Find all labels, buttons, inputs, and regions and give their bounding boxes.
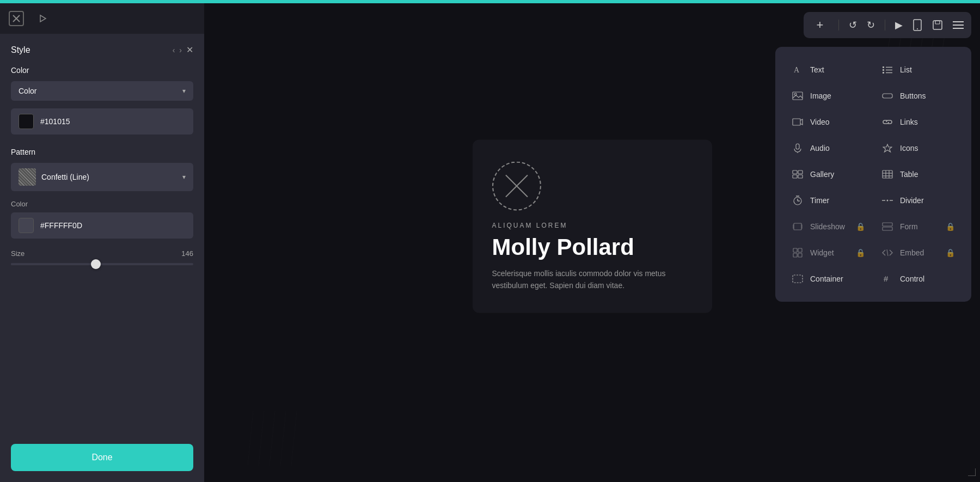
menu-item-form[interactable]: Form🔒	[876, 215, 960, 239]
lock-icon-embed: 🔒	[946, 248, 955, 257]
svg-rect-56	[883, 227, 892, 230]
menu-item-label-control: Control	[900, 274, 924, 283]
lock-icon-widget: 🔒	[856, 248, 865, 257]
pattern-chevron-icon: ▾	[182, 173, 186, 181]
size-label: Size	[11, 249, 24, 258]
left-panel-topbar	[0, 3, 204, 34]
lock-icon-form: 🔒	[946, 222, 955, 231]
svg-rect-33	[793, 119, 800, 125]
size-number: 146	[181, 249, 193, 258]
avatar-placeholder	[492, 161, 541, 210]
menu-item-slideshow[interactable]: Slideshow🔒	[786, 215, 871, 239]
card-body-text: Scelerisque mollis iaculis commodo dolor…	[492, 267, 693, 291]
chevron-down-icon: ▾	[182, 87, 186, 95]
menu-item-divider[interactable]: Divider	[876, 188, 960, 212]
menu-item-label-container: Container	[810, 274, 843, 283]
menu-item-label-icons: Icons	[900, 144, 918, 152]
nav-next-button[interactable]: ›	[179, 46, 182, 54]
slider-thumb[interactable]	[91, 259, 101, 269]
menu-item-label-timer: Timer	[810, 196, 829, 205]
pattern-color-value: #FFFFFF0D	[40, 221, 82, 230]
redo-button[interactable]: ↻	[867, 19, 875, 31]
svg-rect-39	[798, 175, 803, 178]
add-button[interactable]: +	[811, 16, 829, 34]
control-icon: #	[881, 273, 893, 285]
menu-item-text[interactable]: AText	[786, 58, 871, 82]
svg-rect-62	[793, 275, 803, 283]
play-button[interactable]: ▶	[895, 19, 903, 31]
panel-close-button[interactable]: ✕	[186, 45, 193, 55]
menu-item-icons[interactable]: Icons	[876, 136, 960, 160]
pattern-color-section: Color #FFFFFF0D	[11, 200, 193, 239]
nav-prev-button[interactable]: ‹	[173, 46, 175, 54]
menu-item-label-list: List	[900, 65, 912, 74]
svg-rect-58	[798, 248, 802, 252]
menu-item-embed[interactable]: Embed🔒	[876, 241, 960, 265]
svg-line-20	[291, 411, 297, 466]
undo-button[interactable]: ↺	[849, 19, 857, 31]
svg-rect-30	[793, 92, 803, 100]
buttons-icon	[881, 90, 893, 102]
list-icon	[881, 64, 893, 76]
svg-point-4	[917, 28, 918, 29]
svg-line-61	[887, 249, 888, 256]
svg-rect-59	[793, 253, 797, 257]
svg-line-16	[248, 411, 253, 466]
color-value-field[interactable]: #101015	[11, 108, 193, 135]
audio-icon	[792, 142, 804, 154]
left-panel: Style ‹ › ✕ Color Color ▾ #101015 Patter…	[0, 3, 204, 482]
widget-icon	[792, 247, 804, 259]
menu-item-control[interactable]: #Control	[876, 267, 960, 291]
divider-icon	[881, 194, 893, 206]
menu-item-label-audio: Audio	[810, 144, 830, 152]
svg-rect-57	[793, 248, 797, 252]
pattern-color-label: Color	[11, 200, 193, 208]
svg-rect-26	[883, 69, 884, 71]
menu-item-image[interactable]: Image	[786, 84, 871, 108]
close-x-icon[interactable]	[9, 11, 24, 26]
video-icon	[792, 116, 804, 128]
svg-rect-36	[793, 170, 797, 174]
mobile-preview-button[interactable]	[912, 19, 922, 31]
bg-pattern-bottom-left	[248, 411, 302, 466]
menu-item-widget[interactable]: Widget🔒	[786, 241, 871, 265]
svg-point-51	[887, 200, 889, 202]
menu-item-gallery[interactable]: Gallery	[786, 162, 871, 186]
panel-title: Style	[11, 45, 30, 55]
svg-rect-54	[801, 224, 803, 229]
menu-item-list[interactable]: List	[876, 58, 960, 82]
pattern-preview-icon	[19, 168, 36, 186]
pattern-color-field[interactable]: #FFFFFF0D	[11, 212, 193, 239]
menu-button[interactable]	[953, 21, 964, 29]
svg-rect-6	[935, 21, 940, 24]
slider-fill	[11, 263, 93, 265]
menu-item-buttons[interactable]: Buttons	[876, 84, 960, 108]
menu-item-links[interactable]: Links	[876, 110, 960, 134]
svg-rect-52	[794, 223, 801, 230]
resize-handle[interactable]	[968, 468, 976, 478]
menu-item-label-form: Form	[900, 222, 918, 231]
menu-item-container[interactable]: Container	[786, 267, 871, 291]
toolbar-divider-1	[838, 20, 839, 30]
svg-rect-38	[793, 175, 797, 178]
menu-item-label-slideshow: Slideshow	[810, 222, 845, 231]
lock-icon-slideshow: 🔒	[856, 222, 865, 231]
menu-item-label-links: Links	[900, 118, 918, 126]
menu-item-audio[interactable]: Audio	[786, 136, 871, 160]
play-outline-icon[interactable]	[35, 11, 50, 26]
add-menu-dropdown: ATextListImageButtonsVideoLinksAudioIcon…	[775, 47, 971, 302]
table-icon	[881, 168, 893, 180]
done-button[interactable]: Done	[11, 444, 193, 471]
pattern-section: Pattern Confetti (Line) ▾ Color #FFFFFF0…	[11, 148, 193, 265]
menu-item-timer[interactable]: Timer	[786, 188, 871, 212]
save-button[interactable]	[932, 20, 943, 30]
color-swatch	[19, 114, 34, 129]
size-slider-track[interactable]	[11, 263, 193, 265]
color-dropdown[interactable]: Color ▾	[11, 81, 193, 101]
size-section: Size 146	[11, 249, 193, 265]
menu-item-table[interactable]: Table	[876, 162, 960, 186]
pattern-dropdown[interactable]: Confetti (Line) ▾	[11, 163, 193, 191]
canvas-area: + ↺ ↻ ▶	[204, 3, 980, 482]
menu-item-video[interactable]: Video	[786, 110, 871, 134]
svg-rect-5	[933, 21, 942, 29]
